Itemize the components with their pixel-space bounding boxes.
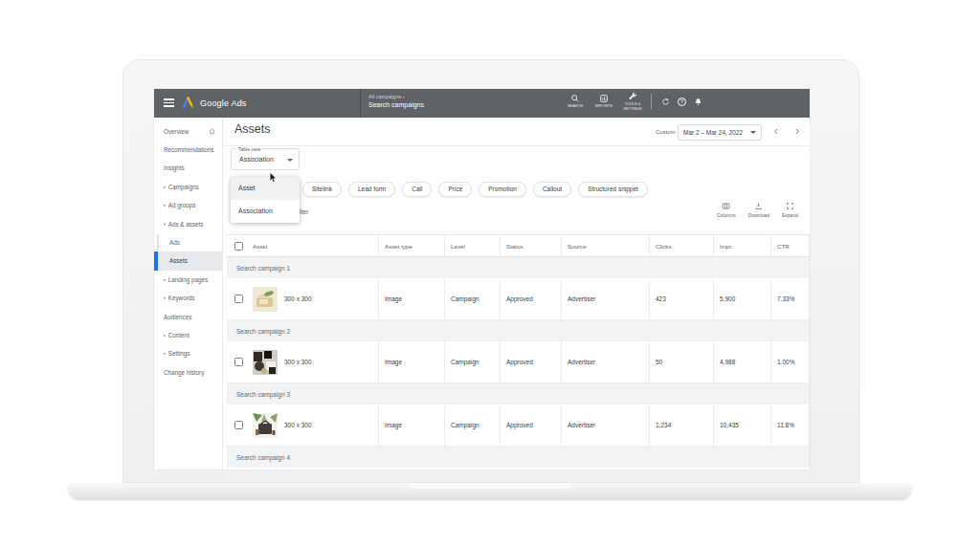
impressions: 10,435 [713,404,770,446]
asset-thumbnail[interactable] [253,413,278,438]
asset-size: 300 x 300 [284,422,312,428]
row-checkbox[interactable] [234,421,243,429]
table-header-row: Asset Asset type Level Status Source Cli… [227,235,809,257]
ctr: 1.00% [770,341,809,382]
asset-thumbnail[interactable] [253,287,278,312]
table-row: 300 x 300 Image Campaign Approved Advert… [227,278,809,320]
chip-structured-snippet[interactable]: Structured snippet [578,182,648,197]
sidebar-item-label: Overview [164,128,189,135]
topbar-nav: SEARCH REPORTS TOOLS & SETTINGS [561,92,706,111]
expand-icon [786,202,794,210]
row-checkbox[interactable] [234,295,243,303]
asset-size: 300 x 300 [284,359,312,365]
status: Approved [500,404,561,446]
campaign-group-row[interactable]: Search campaign 2 [227,320,809,341]
dropdown-option-asset[interactable]: Asset [231,177,300,200]
row-checkbox[interactable] [234,358,243,366]
chip-promotion[interactable]: Promotion [479,182,526,197]
sidebar-item-label: Settings [168,350,190,357]
status: Approved [500,278,561,319]
search-nav-button[interactable]: SEARCH [561,94,590,109]
chip-lead-form[interactable]: Lead form [348,182,395,197]
sidebar-item-content[interactable]: ▸ Content [154,326,222,344]
ctr: 11.8% [770,404,809,446]
sidebar-item-audiences[interactable]: Audiences [154,307,222,325]
download-label: Download [748,212,769,218]
sidebar-item-ads[interactable]: Ads [154,233,222,251]
chip-sitelink[interactable]: Sitelink [302,182,342,197]
date-next-button[interactable] [792,126,802,137]
date-previous-button[interactable] [771,126,781,137]
columns-button[interactable]: Columns [717,202,736,218]
table-view-select[interactable]: Table view Association [231,148,300,170]
chevron-right-icon: ▸ [164,333,166,338]
level: Campaign [444,341,500,382]
laptop-base-notch [409,483,571,490]
wrench-icon [628,92,637,101]
chip-callout[interactable]: Callout [533,182,571,197]
col-header-impr[interactable]: Impr. [713,235,770,256]
col-header-clicks[interactable]: Clicks [649,235,713,256]
search-nav-label: SEARCH [563,104,588,109]
sidebar-item-label: Audiences [164,314,191,320]
tools-settings-nav-button[interactable]: TOOLS & SETTINGS [618,92,647,111]
home-icon [209,128,215,135]
reports-nav-label: REPORTS [591,104,616,109]
col-header-status[interactable]: Status [500,235,561,256]
date-range-value: Mar 2 – Mar 24, 2022 [683,129,743,136]
reports-nav-button[interactable]: REPORTS [590,94,618,109]
sidebar-item-label: Assets [169,257,188,264]
campaign-group-row[interactable]: Search campaign 1 [227,257,809,278]
asset-thumbnail[interactable] [253,350,278,375]
campaign-group-row[interactable]: Search campaign 3 [227,383,809,404]
sidebar-item-label: Content [168,332,189,339]
tools-settings-nav-label: TOOLS & SETTINGS [620,102,645,111]
sidebar-item-assets[interactable]: Assets [154,251,222,270]
sidebar-item-keywords[interactable]: ▸ Keywords [154,289,222,307]
date-range-selector[interactable]: Mar 2 – Mar 24, 2022 [678,124,762,141]
campaign-group-row[interactable]: Search campaign 4 [227,447,809,468]
screenshot-stage: Google Ads All campaigns › Search campai… [0,0,980,546]
notifications-bell-icon[interactable] [690,98,706,106]
clicks: 1,234 [649,404,713,446]
sidebar-item-recommendations[interactable]: Recommendations [154,141,222,159]
sidebar-item-label: Change history [164,369,204,376]
refresh-icon[interactable] [657,98,674,106]
download-button[interactable]: Download [748,202,769,218]
select-all-checkbox[interactable] [234,242,243,251]
chip-call[interactable]: Call [402,182,432,197]
menu-hamburger-icon[interactable] [164,98,174,107]
sidebar-item-label: Campaigns [168,184,199,190]
dropdown-option-association[interactable]: Association [231,200,300,223]
chip-price[interactable]: Price [438,182,472,197]
col-header-asset[interactable]: Asset [250,235,378,256]
sidebar-item-ad-groups[interactable]: ▸ Ad groups [154,196,222,214]
help-icon[interactable] [674,98,690,106]
col-header-asset-type[interactable]: Asset type [378,235,444,256]
col-header-source[interactable]: Source [561,235,649,256]
sidebar-item-overview[interactable]: Overview [154,122,222,141]
col-header-level[interactable]: Level [444,235,500,256]
sidebar-item-ads-and-assets[interactable]: ▾ Ads & assets [154,214,222,232]
clicks: 423 [649,278,713,319]
sidebar-item-insights[interactable]: Insights [154,159,222,177]
sidebar-item-label: Insights [164,164,185,171]
sidebar-item-change-history[interactable]: Change history [154,363,222,382]
impressions: 4,988 [713,341,770,382]
source: Advertiser [561,278,649,319]
breadcrumb-parent[interactable]: All campaigns › [368,94,424,99]
sidebar-item-label: Recommendations [164,146,214,153]
sidebar-item-campaigns[interactable]: ▸ Campaigns [154,178,222,196]
expand-button[interactable]: Expand [782,202,798,218]
breadcrumb[interactable]: All campaigns › Search campaigns [368,94,424,108]
download-icon [754,202,763,210]
breadcrumb-current: Search campaigns [368,101,424,108]
level: Campaign [444,404,500,446]
chevron-right-icon: ▸ [164,295,166,300]
laptop-screen-frame: Google Ads All campaigns › Search campai… [122,59,859,483]
sidebar-item-settings[interactable]: ▸ Settings [154,344,222,362]
col-header-ctr[interactable]: CTR [770,235,809,256]
sidebar-item-landing-pages[interactable]: ▸ Landing pages [154,271,222,289]
sidebar-item-label: Landing pages [168,276,208,283]
sidebar-item-label: Keywords [168,295,195,301]
